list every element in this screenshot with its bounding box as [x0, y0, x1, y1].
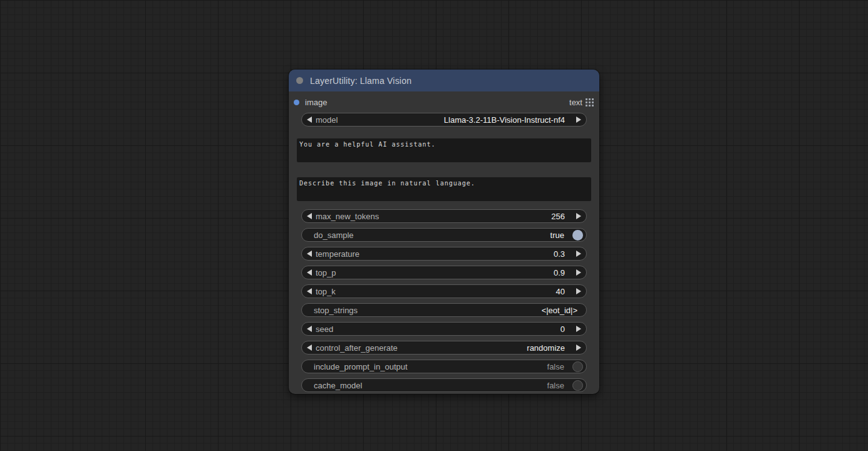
widget-seed[interactable]: seed 0 — [301, 322, 587, 336]
toggle-off-icon[interactable] — [572, 361, 583, 372]
widget-temperature[interactable]: temperature 0.3 — [301, 247, 587, 261]
decrement-arrow-icon[interactable] — [307, 288, 312, 294]
toggle-on-icon[interactable] — [572, 230, 583, 241]
decrement-arrow-icon[interactable] — [307, 213, 312, 219]
widget-model[interactable]: model Llama-3.2-11B-Vision-Instruct-nf4 — [301, 113, 587, 127]
decrement-arrow-icon[interactable] — [307, 345, 312, 351]
widget-value: 40 — [556, 287, 565, 296]
input-slot-image[interactable]: image — [294, 98, 327, 107]
widget-value: 0.3 — [554, 249, 565, 259]
widget-label: top_p — [316, 268, 336, 277]
increment-arrow-icon[interactable] — [576, 117, 581, 123]
input-slot-dot-icon[interactable] — [294, 100, 299, 105]
widget-value: <|eot_id|> — [542, 306, 577, 315]
output-slot-text[interactable]: text — [569, 98, 594, 107]
decrement-arrow-icon[interactable] — [307, 251, 312, 257]
widget-value: false — [547, 362, 564, 371]
widget-label: control_after_generate — [316, 343, 398, 353]
system-prompt-textarea[interactable]: You are a helpful AI assistant. — [297, 138, 591, 162]
widget-label: max_new_tokens — [316, 212, 379, 221]
widget-label: top_k — [316, 287, 336, 296]
grid-dots-icon[interactable] — [586, 98, 594, 106]
increment-arrow-icon[interactable] — [576, 251, 581, 257]
node-title: LayerUtility: Llama Vision — [310, 76, 411, 86]
node-layerutility-llama-vision[interactable]: LayerUtility: Llama Vision image text mo… — [289, 70, 599, 394]
decrement-arrow-icon[interactable] — [307, 117, 312, 123]
widget-value: false — [547, 381, 564, 390]
node-title-bar[interactable]: LayerUtility: Llama Vision — [289, 70, 599, 91]
increment-arrow-icon[interactable] — [576, 213, 581, 219]
widget-label: seed — [316, 324, 333, 334]
widget-value: randomize — [527, 343, 565, 353]
widget-label: include_prompt_in_output — [314, 362, 408, 371]
widget-value: 256 — [551, 212, 565, 221]
widget-label: cache_model — [314, 381, 362, 390]
widget-top-p[interactable]: top_p 0.9 — [301, 266, 587, 279]
widget-top-k[interactable]: top_k 40 — [301, 284, 587, 298]
widget-label: do_sample — [314, 231, 354, 240]
toggle-off-icon[interactable] — [572, 380, 583, 391]
widget-control-after-generate[interactable]: control_after_generate randomize — [301, 341, 587, 355]
widget-do-sample[interactable]: do_sample true — [301, 228, 587, 242]
output-slot-label: text — [569, 98, 582, 107]
widget-label: stop_strings — [314, 306, 358, 315]
decrement-arrow-icon[interactable] — [307, 269, 312, 276]
increment-arrow-icon[interactable] — [576, 269, 581, 276]
widget-label: model — [316, 115, 338, 125]
increment-arrow-icon[interactable] — [576, 345, 581, 351]
widget-max-new-tokens[interactable]: max_new_tokens 256 — [301, 209, 587, 223]
widget-cache-model[interactable]: cache_model false — [301, 378, 587, 392]
widget-value: 0 — [561, 324, 565, 334]
widget-include-prompt-in-output[interactable]: include_prompt_in_output false — [301, 360, 587, 373]
widget-value: 0.9 — [554, 268, 565, 277]
widget-value: Llama-3.2-11B-Vision-Instruct-nf4 — [444, 115, 565, 125]
widget-value: true — [550, 231, 564, 240]
slot-row: image text — [289, 91, 599, 113]
input-slot-label: image — [305, 98, 327, 107]
widget-stop-strings[interactable]: stop_strings <|eot_id|> — [301, 303, 587, 317]
decrement-arrow-icon[interactable] — [307, 326, 312, 332]
user-prompt-textarea[interactable]: Describe this image in natural language. — [297, 177, 591, 201]
collapse-dot-icon[interactable] — [296, 77, 303, 84]
widget-label: temperature — [316, 249, 359, 259]
increment-arrow-icon[interactable] — [576, 288, 581, 294]
increment-arrow-icon[interactable] — [576, 326, 581, 332]
